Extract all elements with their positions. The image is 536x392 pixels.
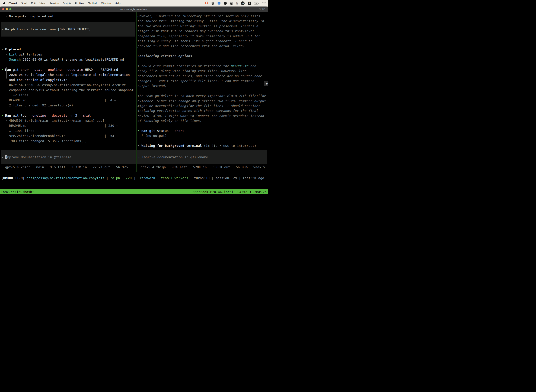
text-span: (11m 13s • esc to interrupt) · 1 backgro… [19, 149, 136, 149]
screen-share-tooltip: Scre [264, 81, 268, 86]
omx-status-segment: turns:10 [194, 176, 210, 180]
omx-status-segment: | [237, 176, 243, 180]
text-span: Search [9, 58, 21, 61]
terminal-line: companion file, especially if more comme… [138, 34, 268, 39]
text-span: 4b9d30f (origin/main, instructkr/main, m… [9, 119, 105, 122]
omx-status-segment: | [155, 176, 161, 180]
terminal-line: 1903 files changed, 513517 insertions(+) [1, 138, 136, 144]
text-span: HEAD [83, 68, 95, 71]
zoom-button[interactable] [9, 8, 11, 10]
text-span: … +1901 lines [9, 129, 34, 133]
text-span: the "Related research writing" section i… [138, 24, 258, 28]
text-span: --stat [79, 114, 91, 117]
tmux-host-time-label: "MacBook-Pro-44.local" 04:52 31-Mar-26 [192, 190, 267, 194]
terminal-line: … +2 lines [1, 93, 136, 98]
terminal-line: README.md | 280 + [1, 123, 136, 128]
text-span: -n [69, 114, 73, 117]
text-span: README.md [99, 68, 118, 71]
menu-item-help[interactable]: Help [113, 0, 122, 6]
text-span: └ [1, 14, 9, 18]
text-span [1, 124, 9, 127]
menu-item-view[interactable]: View [38, 0, 47, 6]
terminal-line: However, I noticed the "Directory Struct… [138, 14, 268, 19]
terminal-line: └ 4b9d30f (origin/main, instructkr/main,… [1, 118, 136, 123]
terminal-line: └ List git ls-files [1, 52, 136, 57]
text-span: this single essay, it seems like a good … [138, 39, 252, 43]
text-span: show [19, 68, 30, 71]
omx-status-segment: | [132, 176, 138, 180]
terminal-line: src/voice/voiceModeEnabled.ts | 54 + [1, 133, 136, 138]
tmux-status-bar[interactable]: [omx-cczip0:bash* "MacBook-Pro-44.local"… [0, 189, 268, 194]
text-span: README.md | 4 + [9, 98, 116, 102]
text-span: king [11, 149, 19, 149]
menu-item-iterm2[interactable]: iTerm2 [6, 0, 19, 6]
terminal-line: README.md | 4 + [1, 98, 136, 103]
menu-item-shell[interactable]: Shell [19, 0, 29, 6]
right-pane-scrollback[interactable]: However, I noticed the "Directory Struct… [138, 14, 268, 149]
text-span: 2 files changed, 92 insertions(+) [9, 103, 73, 107]
dots-grid-icon[interactable] [230, 1, 233, 5]
text-span: evidence. Since this change only affects… [138, 99, 266, 103]
omx-status-segment: [OMX#0.11.9] [1, 176, 25, 180]
terminal-line [1, 62, 136, 67]
menu-item-scripts[interactable]: Scripts [61, 0, 73, 6]
text-span: and [249, 64, 256, 68]
terminal-line: might be acceptable alongside the file l… [138, 103, 268, 108]
text-span: I could cite commit statistics or refere… [138, 64, 231, 68]
terminal-line: Search 2026-03-09-is-legal-the-same-as-l… [1, 57, 136, 62]
text-span: --oneline --decorate [29, 114, 67, 117]
crescent-circle-icon[interactable] [224, 1, 227, 5]
terminal-line: evidence. Since this change only affects… [138, 98, 268, 103]
text-span: (no output) [145, 134, 167, 138]
text-span [1, 73, 9, 77]
text-span: README.md | 280 + [9, 124, 118, 127]
input-source-a-icon[interactable]: A [248, 1, 251, 5]
window-title: omx --xhigh --madmax [0, 8, 268, 10]
terminal-line: provide file and line references from th… [138, 44, 268, 48]
text-span: review. Also, I might want to inspect th… [138, 114, 264, 118]
minimize-button[interactable] [6, 8, 8, 10]
squiggle-icon[interactable]: § [236, 1, 238, 5]
messages-app-icon[interactable] [205, 1, 208, 5]
terminal-line: 2026-03-09-is-legal-the-same-as-legitima… [1, 72, 136, 77]
menu-item-toolbelt[interactable]: Toolbelt [86, 0, 99, 6]
right-pane[interactable]: However, I noticed the "Directory Struct… [136, 12, 268, 172]
menu-item-session[interactable]: Session [47, 0, 61, 6]
menu-item-edit[interactable]: Edit [29, 0, 38, 6]
shield-grid-icon[interactable] [211, 1, 214, 5]
window-title-bar[interactable]: omx --xhigh --madmax ⌥⌘1 [0, 6, 268, 12]
text-span: … +2 lines [9, 93, 29, 97]
battery-percent-badge-icon[interactable]: ..61 [241, 1, 245, 5]
text-span: └ [1, 52, 9, 56]
omx-status-segment: last:5m ago [243, 176, 264, 180]
text-span: companion file, especially if more comme… [138, 34, 260, 38]
text-cursor: I [5, 155, 7, 159]
close-button[interactable] [2, 8, 5, 10]
text-span: 1903 files changed, 513517 insertions(+) [9, 139, 87, 143]
bolt-badge-icon[interactable] [217, 1, 221, 5]
left-prompt-input[interactable]: › Improve documentation in @filename [1, 150, 136, 164]
terminal-line: • Explored [1, 47, 136, 52]
terminal: └ No agents completed yet› Ralph loop ac… [0, 12, 268, 172]
left-pane[interactable]: └ No agents completed yet› Ralph loop ac… [0, 12, 136, 172]
terminal-line: essay file, along with finding root file… [138, 69, 268, 73]
omx-status-segment: team:1 workers [161, 176, 188, 180]
wifi-icon[interactable] [262, 1, 266, 5]
left-pane-scrollback[interactable]: └ No agents completed yet› Ralph loop ac… [1, 14, 136, 149]
battery-charging-icon[interactable] [254, 1, 259, 5]
terminal-line [1, 108, 136, 113]
text-span: No agents completed yet [9, 14, 54, 18]
text-span: git ls-files [17, 52, 42, 56]
apple-icon[interactable] [3, 2, 6, 5]
menu-item-profiles[interactable]: Profiles [73, 0, 86, 6]
terminal-line: The team guideline is to back every impo… [138, 93, 268, 98]
terminal-line: • Ran git show --stat --oneline --decora… [1, 67, 136, 72]
text-span: ting for background terminal [147, 144, 202, 148]
right-prompt-input[interactable]: › Improve documentation in @filename [137, 150, 267, 164]
text-span [1, 58, 9, 61]
text-span: --stat --oneline --decorate [30, 68, 83, 71]
text-span [147, 129, 149, 133]
text-span: └ [1, 83, 9, 87]
terminal-line: • Waiting for background terminal (1m 41… [138, 143, 268, 148]
menu-item-window[interactable]: Window [99, 0, 113, 6]
